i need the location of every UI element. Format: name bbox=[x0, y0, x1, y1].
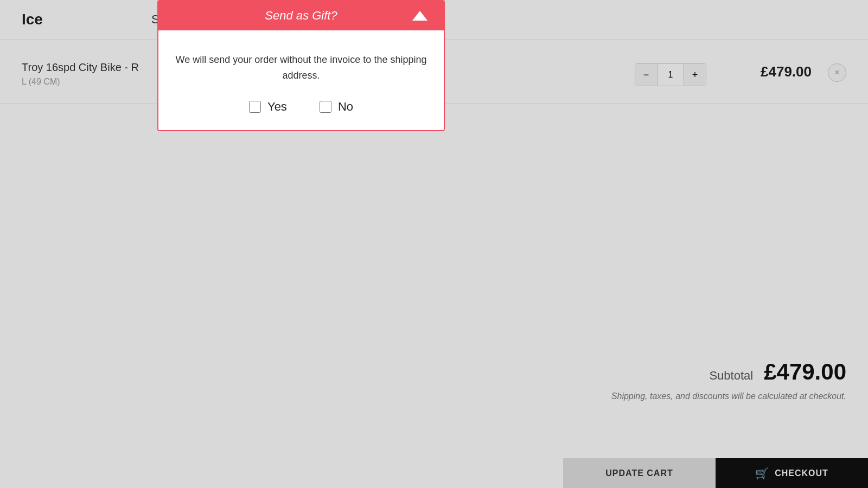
gift-popup-header: Send as Gift? bbox=[158, 1, 444, 30]
gift-no-checkbox[interactable] bbox=[320, 101, 331, 113]
gift-yes-checkbox[interactable] bbox=[249, 101, 261, 113]
gift-no-label: No bbox=[338, 100, 353, 114]
arrow-up-icon bbox=[412, 11, 427, 21]
gift-popup-body: We will send your order without the invo… bbox=[158, 30, 444, 130]
gift-popup: Send as Gift? We will send your order wi… bbox=[157, 0, 445, 131]
gift-popup-title: Send as Gift? bbox=[265, 9, 337, 23]
gift-option-yes[interactable]: Yes bbox=[249, 100, 287, 114]
gift-option-no[interactable]: No bbox=[320, 100, 353, 114]
gift-popup-description: We will send your order without the invo… bbox=[175, 52, 427, 84]
gift-yes-label: Yes bbox=[267, 100, 287, 114]
gift-options: Yes No bbox=[175, 100, 427, 114]
